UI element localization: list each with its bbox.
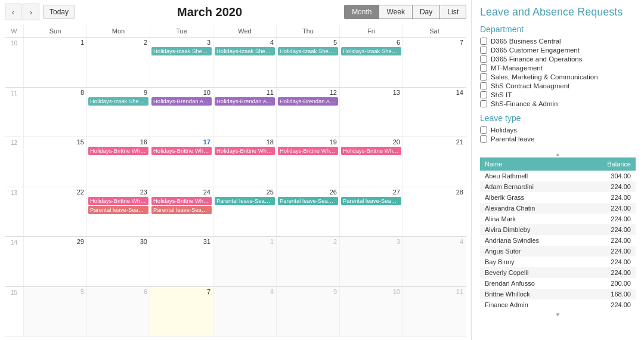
calendar-cell[interactable]: 18Holidays-Brittne Whillock: [213, 137, 277, 187]
day-number: 2: [278, 238, 338, 245]
calendar-event[interactable]: Parental leave-Sean Tebb: [341, 197, 401, 205]
table-row[interactable]: Abeu Rathmell304.00: [480, 171, 636, 181]
leave-type-checkbox[interactable]: [480, 135, 487, 143]
calendar-event[interactable]: Holidays-Izaak Sheardown: [215, 47, 275, 55]
calendar-event[interactable]: Holidays-Izaak Sheardown: [151, 47, 212, 55]
calendar-event[interactable]: Parental leave-Sean Tebb: [88, 206, 148, 214]
table-row[interactable]: Alina Mark224.00: [480, 214, 636, 224]
table-row[interactable]: Finance Admin224.00: [480, 299, 636, 310]
calendar-event[interactable]: Parental leave-Sean Tebb: [215, 197, 275, 205]
dept-checkbox[interactable]: [480, 55, 487, 63]
calendar-cell[interactable]: 13: [340, 88, 403, 137]
calendar-cell[interactable]: 11: [403, 287, 466, 336]
calendar-cell[interactable]: 2: [87, 38, 150, 87]
calendar-cell[interactable]: 4: [403, 237, 466, 286]
calendar-cell[interactable]: 19Holidays-Brittne Whillock: [277, 137, 340, 187]
calendar-cell[interactable]: 1: [213, 237, 277, 286]
calendar-cell[interactable]: 1: [24, 38, 87, 87]
table-row[interactable]: Alberik Grass224.00: [480, 192, 636, 203]
table-row[interactable]: Andriana Swindles224.00: [480, 235, 636, 246]
calendar-cell[interactable]: 10: [340, 287, 403, 336]
calendar-cell[interactable]: 23Holidays-Brittne WhillockParental leav…: [87, 187, 150, 237]
calendar-cell[interactable]: 5Holidays-Izaak Sheardown: [277, 38, 340, 87]
calendar-cell[interactable]: 6Holidays-Izaak Sheardown: [340, 38, 403, 87]
table-row[interactable]: Adam Bernardini224.00: [480, 181, 636, 192]
calendar-cell[interactable]: 26Parental leave-Sean Tebb: [277, 187, 340, 237]
calendar-cell[interactable]: 2: [277, 237, 340, 286]
calendar-cell[interactable]: 4Holidays-Izaak Sheardown: [213, 38, 277, 87]
calendar-event[interactable]: Holidays-Brittne Whillock: [88, 147, 148, 155]
table-row[interactable]: Brittne Whillock168.00: [480, 289, 636, 299]
calendar-cell[interactable]: 7: [150, 287, 213, 336]
calendar-cell[interactable]: 29: [24, 237, 87, 286]
calendar-cell[interactable]: 24Holidays-Brittne WhillockParental leav…: [150, 187, 213, 237]
calendar-cell[interactable]: 31: [150, 237, 213, 286]
list-item: Parental leave: [480, 135, 636, 143]
dept-checkbox[interactable]: [480, 82, 487, 89]
dept-section-title: Department: [480, 24, 636, 34]
calendar-event[interactable]: Parental leave-Sean Tebb: [278, 197, 338, 205]
calendar-cell[interactable]: 9: [277, 287, 340, 336]
table-row[interactable]: Angus Sutor224.00: [480, 246, 636, 256]
calendar-event[interactable]: Holidays-Brittne Whillock: [88, 197, 148, 205]
calendar-cell[interactable]: 30: [87, 237, 150, 286]
calendar-event[interactable]: Holidays-Brendan Anfusso: [151, 97, 212, 106]
calendar-event[interactable]: Holidays-Izaak Sheardown: [88, 97, 148, 106]
calendar-event[interactable]: Holidays-Brittne Whillock: [215, 147, 275, 155]
calendar-cell[interactable]: 27Parental leave-Sean Tebb: [340, 187, 403, 237]
tab-day[interactable]: Day: [413, 5, 440, 19]
day-headers: W Sun Mon Tue Wed Thu Fri Sat: [5, 25, 466, 38]
dept-checkbox[interactable]: [480, 91, 487, 98]
employee-name: Adam Bernardini: [480, 181, 583, 192]
next-button[interactable]: ›: [23, 4, 39, 20]
calendar-cell[interactable]: 3: [340, 237, 403, 286]
dept-label: ShS IT: [491, 91, 512, 98]
calendar-cell[interactable]: 15: [24, 137, 87, 187]
dept-checkbox[interactable]: [480, 64, 487, 72]
dept-checkbox[interactable]: [480, 100, 487, 107]
table-row[interactable]: Brendan Anfusso200.00: [480, 278, 636, 289]
today-button[interactable]: Today: [43, 5, 75, 19]
calendar-event[interactable]: Parental leave-Sean Tebb: [151, 206, 212, 214]
calendar-event[interactable]: Holidays-Brittne Whillock: [341, 147, 401, 155]
calendar-cell[interactable]: 7: [403, 38, 466, 87]
calendar-cell[interactable]: 25Parental leave-Sean Tebb: [213, 187, 277, 237]
calendar-event[interactable]: Holidays-Brendan Anfusso: [215, 97, 275, 106]
calendar-cell[interactable]: 16Holidays-Brittne Whillock: [87, 137, 150, 187]
calendar-cell[interactable]: 6: [87, 287, 150, 336]
tab-week[interactable]: Week: [379, 5, 412, 19]
calendar-event[interactable]: Holidays-Izaak Sheardown: [341, 47, 401, 55]
calendar-cell[interactable]: 5: [24, 287, 87, 336]
leave-type-checkbox[interactable]: [480, 126, 487, 134]
tab-month[interactable]: Month: [344, 5, 379, 19]
calendar-cell[interactable]: 10Holidays-Brendan Anfusso: [150, 88, 213, 137]
calendar-cell[interactable]: 22: [24, 187, 87, 237]
calendar-cell[interactable]: 11Holidays-Brendan Anfusso: [213, 88, 277, 137]
calendar-cell[interactable]: 8: [24, 88, 87, 137]
calendar-cell[interactable]: 8: [213, 287, 277, 336]
calendar-cell[interactable]: 20Holidays-Brittne Whillock: [340, 137, 403, 187]
calendar-event[interactable]: Holidays-Brendan Anfusso: [278, 97, 338, 106]
calendar-event[interactable]: Holidays-Brittne Whillock: [151, 147, 212, 155]
calendar-cell[interactable]: 17Holidays-Brittne Whillock: [150, 137, 213, 187]
dept-checkbox[interactable]: [480, 38, 487, 45]
table-row[interactable]: Alvira Dimbleby224.00: [480, 224, 636, 235]
dept-checkbox[interactable]: [480, 73, 487, 81]
calendar-event[interactable]: Holidays-Brittne Whillock: [278, 147, 338, 155]
table-row[interactable]: Bay Binny224.00: [480, 256, 636, 267]
calendar-cell[interactable]: 9Holidays-Izaak Sheardown: [87, 88, 150, 137]
calendar-cell[interactable]: 28: [403, 187, 466, 237]
calendar-cell[interactable]: 12Holidays-Brendan Anfusso: [277, 88, 340, 137]
table-row[interactable]: Alexandra Chatin224.00: [480, 203, 636, 214]
prev-button[interactable]: ‹: [5, 4, 21, 20]
calendar-cell[interactable]: 3Holidays-Izaak Sheardown: [150, 38, 213, 87]
calendar-event[interactable]: Holidays-Izaak Sheardown: [278, 47, 338, 55]
balance-value: 224.00: [583, 235, 636, 246]
calendar-cell[interactable]: 21: [403, 137, 466, 187]
tab-list[interactable]: List: [440, 5, 466, 19]
calendar-event[interactable]: Holidays-Brittne Whillock: [151, 197, 212, 205]
calendar-cell[interactable]: 14: [403, 88, 466, 137]
dept-checkbox[interactable]: [480, 47, 487, 54]
table-row[interactable]: Beverly Copelli224.00: [480, 267, 636, 278]
day-number: 28: [404, 188, 465, 196]
